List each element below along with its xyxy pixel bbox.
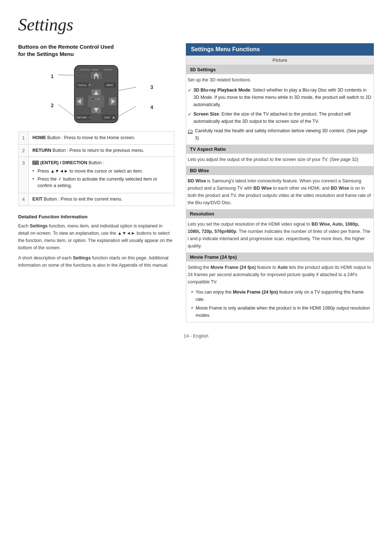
settings-menu-body: Picture 3D Settings Set up the 3D relate… [186, 56, 374, 322]
svg-line-36 [117, 106, 136, 117]
table-row: 4 EXIT Button : Press to exit the curren… [19, 193, 174, 206]
svg-rect-23 [91, 98, 95, 101]
section-bd-wise: BD Wise BD Wise is Samsung's latest inte… [186, 166, 373, 206]
page-container: Settings Buttons on the Remote Control U… [0, 0, 392, 353]
svg-text:HOME: HOME [92, 69, 98, 71]
section-tv-aspect-text: Lets you adjust the output of the produc… [186, 156, 373, 163]
row-content: ◯ (ENTER) / DIRECTION Button : Press ▲▼◄… [29, 157, 174, 193]
svg-text:REPEAT: REPEAT [104, 69, 113, 71]
page-footer: 14 - English [18, 333, 374, 339]
section-3d-intro: Set up the 3D related functions. [186, 76, 373, 84]
table-row: 3 ◯ (ENTER) / DIRECTION Button : Press ▲… [19, 157, 174, 193]
row-content: RETURN Button : Press to return to the p… [29, 144, 174, 157]
svg-text:INFO: INFO [106, 84, 113, 86]
subsection-title-movie-frame: Movie Frame (24 fps) [186, 253, 373, 262]
settings-menu-header: Settings Menu Functions [186, 43, 374, 56]
section-bd-wise-text: BD Wise is Samsung's latest inter-connec… [186, 177, 373, 206]
row-number: 2 [19, 144, 29, 157]
svg-rect-7 [95, 77, 97, 79]
detail-text-1: Each Settings function, menu item, and i… [18, 222, 174, 251]
section-resolution: Resolution Lets you set the output resol… [186, 209, 373, 250]
checkmark-icon: ✓ [188, 87, 192, 94]
check-item-text: Screen Size: Enter the size of the TV at… [193, 110, 372, 125]
row-number: 4 [19, 193, 29, 206]
svg-text:EXIT: EXIT [105, 116, 110, 119]
svg-text:SUBTITLE: SUBTITLE [80, 69, 90, 71]
row-content: HOME Button : Press to move to the Home … [29, 132, 174, 145]
subsection-title-tv-aspect: TV Aspect Ratio [186, 145, 373, 154]
svg-line-35 [117, 87, 136, 91]
note-item-3d: 🕮 Carefully read the health and safety i… [186, 127, 373, 142]
note-text: Carefully read the health and safety inf… [195, 127, 372, 142]
note-icon: 🕮 [188, 127, 193, 136]
detail-function-title: Detailed Function Information [18, 214, 174, 219]
left-section-title: Buttons on the Remote Control Used for t… [18, 43, 174, 57]
svg-text:✦: ✦ [88, 83, 91, 87]
page-title: Settings [18, 15, 374, 35]
check-item-screen-size: ✓ Screen Size: Enter the size of the TV … [186, 110, 373, 125]
subsection-title-bd-wise: BD Wise [186, 166, 373, 175]
remote-diagram: 1 2 3 4 SUBTITLE HOME REPEAT [33, 62, 160, 128]
section-movie-frame: Movie Frame (24 fps) Setting the Movie F… [186, 253, 373, 319]
picture-header: Picture [186, 56, 373, 65]
subsection-title-resolution: Resolution [186, 209, 373, 218]
left-column: Buttons on the Remote Control Used for t… [18, 43, 174, 269]
callout-2: 2 [51, 102, 54, 108]
list-item: Movie Frame is only available when the p… [191, 304, 373, 319]
svg-text:i: i [112, 83, 113, 87]
remote-svg: SUBTITLE HOME REPEAT TOOLS ✦ [33, 62, 160, 128]
row-content: EXIT Button : Press to exit the current … [29, 193, 174, 206]
check-item-text: 3D Blu-ray Playback Mode: Select whether… [193, 86, 372, 108]
button-reference-table: 1 HOME Button : Press to move to the Hom… [18, 132, 174, 206]
svg-line-34 [58, 104, 75, 117]
checkmark-icon: ✓ [188, 111, 192, 118]
table-row: 2 RETURN Button : Press to return to the… [19, 144, 174, 157]
subsection-title-3d: 3D Settings [186, 65, 373, 74]
svg-text:↩: ↩ [89, 116, 91, 119]
movie-frame-bullets: You can enjoy the Movie Frame (24 fps) f… [186, 288, 373, 319]
svg-text:TOOLS: TOOLS [78, 84, 86, 86]
table-row: 1 HOME Button : Press to move to the Hom… [19, 132, 174, 145]
svg-text:⏏: ⏏ [112, 116, 115, 119]
main-content: Buttons on the Remote Control Used for t… [18, 43, 374, 322]
row-number: 1 [19, 132, 29, 145]
right-column: Settings Menu Functions Picture 3D Setti… [186, 43, 374, 322]
section-3d-settings: 3D Settings Set up the 3D related functi… [186, 65, 373, 142]
section-resolution-text: Lets you set the output resolution of th… [186, 221, 373, 250]
section-movie-frame-intro: Setting the Movie Frame (24 fps) feature… [186, 264, 373, 286]
check-item-3d-playback: ✓ 3D Blu-ray Playback Mode: Select wheth… [186, 86, 373, 108]
section-tv-aspect-ratio: TV Aspect Ratio Lets you adjust the outp… [186, 145, 373, 163]
callout-1: 1 [51, 73, 54, 79]
callout-3: 3 [150, 84, 153, 90]
detail-text-2: A short description of each Settings fun… [18, 254, 174, 269]
callout-4: 4 [150, 104, 153, 110]
list-item: You can enjoy the Movie Frame (24 fps) f… [191, 288, 373, 303]
row-number: 3 [19, 157, 29, 193]
svg-rect-22 [88, 95, 105, 108]
svg-text:RETURN: RETURN [77, 116, 87, 119]
